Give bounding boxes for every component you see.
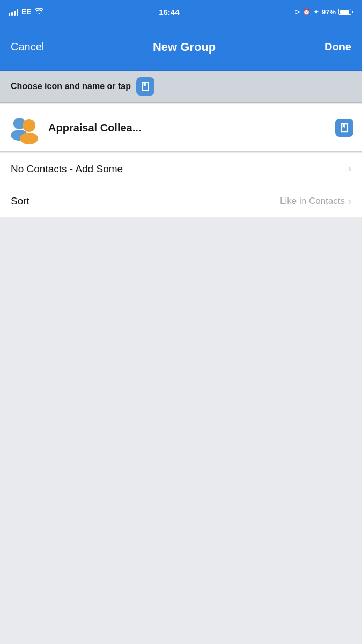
sort-right: Like in Contacts › — [280, 196, 351, 207]
choose-icon-bar: Choose icon and name or tap — [0, 71, 362, 103]
svg-point-2 — [23, 119, 35, 132]
group-icon — [9, 112, 41, 144]
status-right: ▷ ⏰ ✦ 97% — [295, 8, 353, 16]
svg-point-3 — [20, 133, 38, 144]
sort-label: Sort — [11, 195, 29, 207]
group-row[interactable]: Appraisal Collea... — [0, 104, 362, 152]
sort-value: Like in Contacts — [280, 196, 345, 207]
alarm-icon: ⏰ — [302, 8, 311, 16]
wifi-icon — [35, 8, 43, 16]
group-name[interactable]: Appraisal Collea... — [48, 122, 141, 134]
battery-icon — [338, 9, 353, 15]
sort-row[interactable]: Sort Like in Contacts › — [0, 185, 362, 217]
signal-bars — [9, 8, 18, 16]
book-icon-button-top[interactable] — [136, 77, 154, 96]
group-name-area: Appraisal Collea... — [48, 119, 353, 137]
done-button[interactable]: Done — [324, 36, 351, 57]
carrier-label: EE — [21, 8, 32, 16]
chevron-icon-2: › — [348, 196, 351, 207]
status-time: 16:44 — [159, 8, 179, 17]
no-contacts-right: › — [348, 163, 351, 174]
no-contacts-row[interactable]: No Contacts - Add Some › — [0, 153, 362, 185]
book-icon-small — [339, 122, 350, 133]
bluetooth-icon: ✦ — [313, 8, 319, 16]
content-background — [0, 217, 362, 539]
group-people-icon — [9, 112, 42, 145]
nav-bar: Cancel New Group Done — [0, 24, 362, 71]
no-contacts-label: No Contacts - Add Some — [11, 163, 123, 175]
battery-percent: 97% — [322, 8, 336, 16]
chevron-icon-1: › — [348, 163, 351, 174]
book-icon-button-row[interactable] — [335, 119, 353, 137]
cancel-button[interactable]: Cancel — [11, 36, 44, 57]
location-icon: ▷ — [295, 8, 300, 16]
status-bar: EE 16:44 ▷ ⏰ ✦ 97% — [0, 0, 362, 24]
nav-title: New Group — [153, 40, 216, 54]
list-section: No Contacts - Add Some › Sort Like in Co… — [0, 153, 362, 217]
status-left: EE — [9, 8, 43, 16]
book-icon — [140, 81, 151, 92]
choose-icon-label: Choose icon and name or tap — [11, 82, 131, 91]
